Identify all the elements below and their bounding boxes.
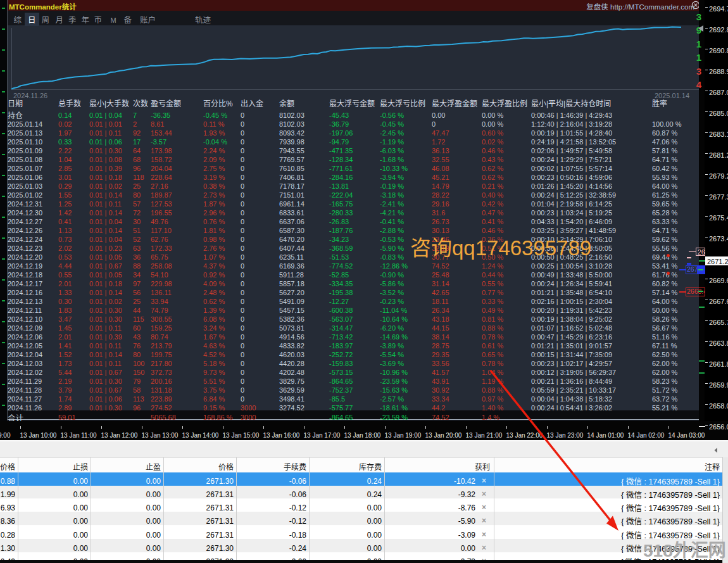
price-label: 2677.3 xyxy=(709,191,728,201)
sliver-mark xyxy=(2,49,5,51)
price-tick xyxy=(705,300,708,300)
period-separator-dash xyxy=(699,360,705,362)
pink-order-line xyxy=(689,251,696,252)
trade-row[interactable]: 0.280.000.002671.31-0.180.00-3.09{ 微信 : … xyxy=(0,526,722,540)
trade-cell-tp: 0.00 xyxy=(146,475,161,486)
price-label: 2683.1 xyxy=(709,129,728,139)
trade-cell-comment: { 微信 : 1746395789 -Sell 1} xyxy=(621,502,720,514)
trade-header-price: 价格 xyxy=(218,461,234,472)
sliver-mark xyxy=(2,154,5,155)
table-row: 2025.01.131.970.01 | 0.1192153.441.93 %0… xyxy=(8,127,700,136)
trade-cell-sl: 0.00 xyxy=(73,488,88,499)
time-label: 13 Jan 11:00 xyxy=(61,430,97,440)
trade-cell-c1: 0.88 xyxy=(1,475,15,486)
price-label: 2694.7 xyxy=(709,3,728,13)
trade-header-swap: 库存费 xyxy=(359,461,382,472)
table-row: 持仓0.140.01 | 0.047-36.35-0.45 %08102.03-… xyxy=(8,110,700,118)
sliver-mark xyxy=(2,70,5,72)
time-label: 13 Jan 13:00 xyxy=(142,430,179,440)
table-row: 2025.01.021.550.01 | 0.1480189.872.73 %0… xyxy=(8,189,700,198)
trade-row[interactable]: 1.300.000.002671.30-0.240.000.00{ 微信 : 1… xyxy=(0,540,722,553)
total-mfp: 74.52 xyxy=(432,412,449,422)
screenshot-root: MTCommander统计 复盘侠 http://MTCommander.com… xyxy=(0,0,728,563)
time-tick xyxy=(547,426,548,429)
side-digit: 3 xyxy=(695,64,703,77)
close-position-icon[interactable]: × xyxy=(482,541,486,552)
table-row: 2024.12.103.470.01 | 0.30115308.556.08 %… xyxy=(8,313,700,322)
trade-cell-comment: { 微信 : 1746395789 -Sell 1} xyxy=(621,488,720,500)
trade-row[interactable]: 6.930.000.002671.31-0.120.00-8.76{ 微信 : … xyxy=(0,499,722,512)
trade-cell-c1: 8.36 xyxy=(1,515,15,526)
red-dot-mark xyxy=(667,254,670,257)
trade-cell-comm: -0.06 xyxy=(289,475,306,486)
table-row: 2024.12.041.520.01 | 0.1480199.754.52 %0… xyxy=(8,349,700,358)
sliver-mark xyxy=(2,28,5,30)
close-position-icon[interactable]: × xyxy=(482,514,486,525)
price-label: 2656.0 xyxy=(709,421,728,431)
time-tick xyxy=(344,426,345,429)
total-mfpp: 1.4 % xyxy=(482,412,499,422)
column-separator xyxy=(309,457,310,560)
period-separator-dash xyxy=(699,307,705,308)
total-flow: 3000 xyxy=(241,412,256,422)
close-position-icon[interactable]: × xyxy=(482,501,486,512)
trade-header-sl: 止损 xyxy=(73,461,88,472)
price-tick xyxy=(705,174,708,175)
trade-cell-sl: 0.00 xyxy=(73,529,88,540)
close-position-icon[interactable]: × xyxy=(482,474,486,485)
sliver-mark xyxy=(2,300,5,301)
price-tick xyxy=(705,70,708,70)
blue-dash xyxy=(687,263,691,265)
column-separator xyxy=(18,457,18,560)
watermark-qq: 咨询qq1746395789 xyxy=(410,231,591,262)
price-label: 2675.4 xyxy=(709,212,728,222)
table-row: 2025.01.072.850.01 | 0.3996204.042.75 %0… xyxy=(8,163,700,172)
trade-row[interactable]: 8.360.000.002671.31-0.120.00-5.90{ 微信 : … xyxy=(0,512,722,526)
table-row: 2024.12.062.010.01 | 0.394380.741.67 %04… xyxy=(8,331,700,340)
trade-cell-profit: -8.76 xyxy=(458,502,475,512)
time-tick xyxy=(425,426,426,429)
price-tick xyxy=(705,383,708,384)
time-tick xyxy=(263,426,264,429)
time-tick xyxy=(628,426,629,429)
price-tick xyxy=(705,111,708,112)
time-tick xyxy=(587,426,588,429)
price-label: 2679.2 xyxy=(709,170,728,180)
collapse-arrow-icon[interactable] xyxy=(713,447,719,453)
total-row-background xyxy=(8,410,699,420)
price-tick xyxy=(705,404,708,405)
trade-cell-swap: 0.00 xyxy=(367,515,382,526)
trade-row[interactable]: 1.990.000.002671.31-0.060.24-9.32{ 微信 : … xyxy=(0,486,722,499)
trade-cell-comm: -0.06 xyxy=(289,488,306,499)
side-digit: 1 xyxy=(695,50,703,63)
sliver-mark xyxy=(2,321,5,322)
price-label: 2661.8 xyxy=(709,358,728,369)
time-tick xyxy=(20,426,21,429)
price-tick xyxy=(705,425,708,426)
close-position-icon[interactable]: × xyxy=(482,528,486,539)
table-row: 2024.11.283.790.01 | 0.6758131.183.75 %0… xyxy=(8,384,700,393)
trade-row[interactable]: 0.880.000.002671.30-0.060.24-10.42{ 微信 :… xyxy=(0,472,722,486)
close-position-icon[interactable]: × xyxy=(482,488,486,498)
sliver-mark xyxy=(2,175,5,176)
table-row: 2024.12.232.020.01 | 0.2363172.332.76 %0… xyxy=(8,243,700,251)
time-label: 13 Jan 20:00 xyxy=(425,430,462,440)
column-separator xyxy=(494,457,494,560)
sliver-mark xyxy=(2,91,5,92)
price-label: 2690.8 xyxy=(709,45,728,55)
table-row: 2024.11.262.890.01 | 0.3096274.529.15 %3… xyxy=(8,402,700,411)
trade-cell-price: 2671.31 xyxy=(206,502,234,512)
time-label: 13 Jan 14:00 xyxy=(182,430,219,440)
table-row: 2024.12.172.010.01 | 0.1897229.984.09 %0… xyxy=(8,278,700,287)
price-tick xyxy=(705,7,708,8)
trade-cell-c1: 1.30 xyxy=(1,542,15,553)
table-row: 2025.01.140.020.01 | 0.0128.610.11 %0810… xyxy=(8,118,700,127)
trade-cell-comment: { 微信 : 1746395789 -Sell 1} xyxy=(621,475,720,487)
price-label: 2669.6 xyxy=(709,275,728,285)
blue-fill-dash xyxy=(698,269,703,270)
window-bottom-edge xyxy=(0,560,722,563)
trade-cell-price: 2671.31 xyxy=(206,529,234,540)
time-label: 13 Jan 15:00 xyxy=(223,430,260,440)
bid-dash xyxy=(699,260,705,262)
trade-cell-tp: 0.00 xyxy=(146,488,161,499)
